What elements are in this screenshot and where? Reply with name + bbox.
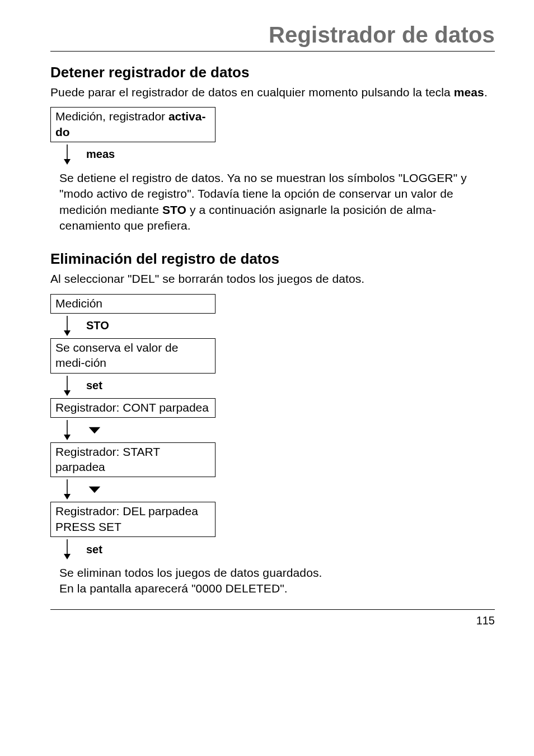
arrow-row-meas: meas xyxy=(50,143,495,166)
arrow-label-meas: meas xyxy=(86,148,115,161)
arrow-label-sto: STO xyxy=(86,319,109,332)
heading-delete-logger: Eliminación del registro de datos xyxy=(50,250,495,268)
result-stop-logger: Se detiene el registro de datos. Ya no s… xyxy=(59,170,495,234)
arrow-label-set-1: set xyxy=(86,379,102,392)
flow-box-cont: Registrador: CONT parpadea xyxy=(50,398,216,418)
svg-marker-11 xyxy=(64,554,71,559)
down-arrow-icon xyxy=(60,419,74,441)
arrow-row-set-1: set xyxy=(50,375,495,397)
arrow-row-triangle-2: ▼ xyxy=(50,478,495,501)
flow-box-del: Registrador: DEL parpadea PRESS SET xyxy=(50,502,216,537)
svg-marker-1 xyxy=(64,159,71,165)
svg-marker-7 xyxy=(64,435,71,440)
flow-box-medicion: Medición xyxy=(50,294,216,314)
intro-stop-logger: Puede parar el registrador de datos en c… xyxy=(50,85,495,100)
intro-delete-logger: Al seleccionar "DEL" se borrarán todos l… xyxy=(50,271,495,287)
down-arrow-icon xyxy=(60,538,74,561)
page-number: 115 xyxy=(50,614,495,627)
page-title: Registrador de datos xyxy=(50,22,495,48)
triangle-down-icon: ▼ xyxy=(85,484,104,496)
result-delete-logger: Se eliminan todos los juegos de datos gu… xyxy=(59,565,495,597)
intro-pre: Puede parar el registrador de datos en c… xyxy=(50,86,454,99)
arrow-label-set-2: set xyxy=(86,543,102,556)
down-arrow-icon xyxy=(60,478,74,501)
flow-box-start: Registrador: START parpadea xyxy=(50,442,216,478)
svg-marker-5 xyxy=(64,390,71,396)
svg-marker-3 xyxy=(64,330,71,336)
svg-marker-9 xyxy=(64,494,71,500)
footer-rule xyxy=(50,609,495,610)
result-bold: STO xyxy=(162,203,186,216)
result-line-1: Se eliminan todos los juegos de datos gu… xyxy=(59,565,495,581)
flow-box-conserva: Se conserva el valor de medi-ción xyxy=(50,338,216,374)
result-line-2: En la pantalla aparecerá "0000 DELETED". xyxy=(59,581,495,596)
arrow-row-set-2: set xyxy=(50,538,495,561)
title-rule xyxy=(50,51,495,52)
intro-post: . xyxy=(484,86,488,99)
intro-bold: meas xyxy=(454,86,484,99)
box1-pre: Medición, registrador xyxy=(55,110,168,123)
arrow-row-triangle-1: ▼ xyxy=(50,419,495,441)
down-arrow-icon xyxy=(60,375,74,397)
flow-box-measurement-active: Medición, registrador activa-do xyxy=(50,107,216,142)
down-arrow-icon xyxy=(60,315,74,337)
arrow-row-sto: STO xyxy=(50,315,495,337)
down-arrow-icon xyxy=(60,143,74,166)
triangle-down-icon: ▼ xyxy=(85,424,104,436)
heading-stop-logger: Detener registrador de datos xyxy=(50,64,495,81)
